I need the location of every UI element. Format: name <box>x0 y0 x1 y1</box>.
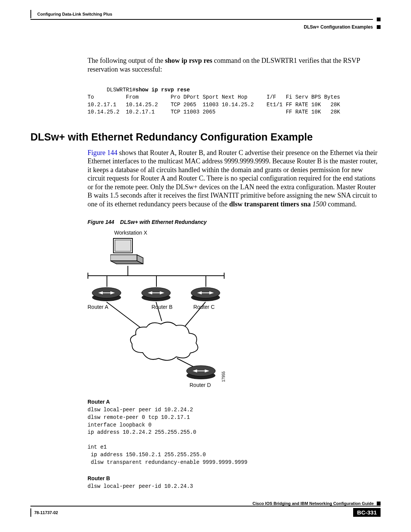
figure-id: 17955 <box>221 372 226 382</box>
header-rule <box>30 19 373 20</box>
router-b-config: dlsw local-peer peer-id 10.2.24.3 <box>88 483 381 490</box>
breadcrumb: DLSw+ Configuration Examples <box>304 24 373 30</box>
router-d-icon <box>186 365 216 380</box>
page-number-badge: BC-331 <box>353 508 381 517</box>
figure-caption: Figure 144 DLSw+ with Ethernet Redundanc… <box>88 219 381 225</box>
footer-rule <box>30 506 381 506</box>
footer-bar <box>30 508 31 517</box>
header-top: Configuring Data-Link Switching Plus DLS… <box>30 10 381 30</box>
page-footer: Cisco IOS Bridging and IBM Networking Co… <box>30 501 381 517</box>
header-square-icon <box>377 18 381 21</box>
svg-line-10 <box>156 302 162 321</box>
figure-link[interactable]: Figure 144 <box>88 149 118 157</box>
footer-docnum: 78-11737-02 <box>34 510 58 515</box>
footer-guide-title: Cisco IOS Bridging and IBM Networking Co… <box>253 501 374 506</box>
footer-square-icon <box>377 502 381 505</box>
router-a-heading: Router A <box>88 399 381 405</box>
connector-lines <box>88 230 240 390</box>
router-a-config: dlsw local-peer peer id 10.2.24.2 dlsw r… <box>88 406 381 466</box>
breadcrumb-square-icon <box>377 25 381 29</box>
router-d-label: Router D <box>190 382 211 388</box>
section-heading: DLSw+ with Ethernet Redundancy Configura… <box>30 131 381 143</box>
router-b-heading: Router B <box>88 475 381 481</box>
figure-diagram: Workstation X <box>88 230 240 390</box>
cli-output: DLSWRTR1#show ip rsvp rese To From Pro D… <box>88 79 381 116</box>
intro-paragraph: The following output of the show ip rsvp… <box>88 56 381 73</box>
section-paragraph: Figure 144 shows that Router A, Router B… <box>88 149 381 209</box>
cloud-icon <box>127 320 200 362</box>
